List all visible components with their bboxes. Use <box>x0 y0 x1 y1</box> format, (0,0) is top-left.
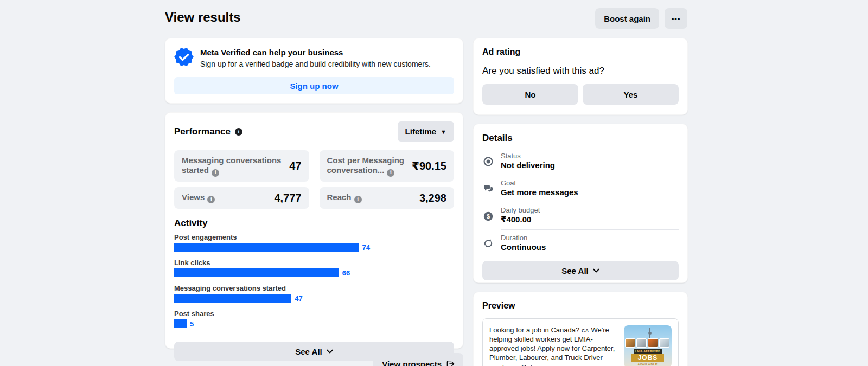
ad-thumbnail: LMIA-APPROVED JOBS AVAILABLE <box>624 325 672 366</box>
detail-row-goal: Goal Get more messages <box>482 175 679 202</box>
metric-tile-messaging-conversations: Messaging conversations startedi 47 <box>174 150 309 182</box>
detail-label: Duration <box>501 234 679 242</box>
canada-flag-icon: CA <box>582 328 589 333</box>
bar-group: Messaging conversations started 47 <box>174 284 454 303</box>
header-actions: Boost again ••• <box>595 8 687 29</box>
bar-group: Post engagements 74 <box>174 233 454 252</box>
rating-no-button[interactable]: No <box>482 84 578 105</box>
metric-tile-reach: Reachi 3,298 <box>320 187 455 209</box>
details-card: Details Status Not delivering <box>473 124 688 283</box>
chevron-down-icon <box>327 349 333 354</box>
thumb-banner-main: JOBS <box>631 354 664 362</box>
ad-rating-title: Ad rating <box>482 47 679 57</box>
detail-label: Goal <box>501 179 679 187</box>
verified-badge-icon <box>174 47 194 67</box>
bar-label: Post engagements <box>174 233 454 241</box>
info-icon[interactable]: i <box>235 128 242 136</box>
detail-value: Get more messages <box>501 188 679 197</box>
detail-value: Continuous <box>501 242 679 252</box>
bar-label: Messaging conversations started <box>174 284 454 292</box>
photo-strip <box>625 338 669 348</box>
dollar-circle-icon: $ <box>482 210 494 222</box>
metric-label: Reachi <box>327 192 415 203</box>
metric-label: Messaging conversations startedi <box>182 156 285 177</box>
status-icon <box>482 156 494 168</box>
cn-tower-graphic <box>649 328 650 339</box>
detail-value: Not delivering <box>501 160 679 170</box>
bar-value: 66 <box>342 269 350 277</box>
view-results-page: View results Boost again ••• Meta Verifi… <box>0 0 868 366</box>
metric-value: 47 <box>289 160 301 172</box>
detail-label: Status <box>501 152 679 160</box>
metric-value: 3,298 <box>419 192 446 204</box>
meta-verified-card: Meta Verified can help your business Sig… <box>165 38 463 104</box>
date-range-dropdown[interactable]: Lifetime ▼ <box>398 121 454 142</box>
bar <box>174 294 291 303</box>
main-column: Meta Verified can help your business Sig… <box>165 38 463 366</box>
detail-row-duration: Duration Continuous <box>482 230 679 256</box>
ad-rating-card: Ad rating Are you satisfied with this ad… <box>473 38 688 115</box>
info-icon[interactable]: i <box>387 169 394 177</box>
info-icon[interactable]: i <box>207 196 215 203</box>
bar-value: 5 <box>190 320 194 328</box>
activity-title: Activity <box>174 218 454 229</box>
caret-down-icon: ▼ <box>441 129 446 135</box>
meta-verified-title: Meta Verified can help your business <box>200 47 431 58</box>
metric-grid: Messaging conversations startedi 47 Cost… <box>174 150 454 209</box>
ad-text: Looking for a job in Canada? CA We're he… <box>489 325 617 366</box>
sign-up-now-button[interactable]: Sign up now <box>174 77 454 94</box>
metric-label: Cost per Messaging conversation...i <box>327 156 408 177</box>
detail-value: ₹400.00 <box>501 215 679 224</box>
details-see-all-button[interactable]: See All <box>482 261 679 280</box>
thumb-banner-sub: AVAILABLE <box>634 363 662 366</box>
bar-value: 74 <box>362 243 370 252</box>
date-range-label: Lifetime <box>405 127 437 136</box>
info-icon[interactable]: i <box>212 169 219 177</box>
bar <box>174 319 187 328</box>
performance-card: Performance i Lifetime ▼ Messaging conve… <box>165 112 463 349</box>
more-options-button[interactable]: ••• <box>665 8 687 29</box>
activity-bar-chart: Post engagements 74 Link clicks 66 Messa… <box>174 233 454 328</box>
right-column: Ad rating Are you satisfied with this ad… <box>473 38 688 366</box>
chevron-down-icon <box>593 268 599 273</box>
repeat-icon <box>482 237 494 249</box>
preview-title: Preview <box>482 301 679 311</box>
details-title: Details <box>482 133 679 144</box>
rating-yes-button[interactable]: Yes <box>583 84 679 105</box>
detail-row-daily-budget: $ Daily budget ₹400.00 <box>482 202 679 230</box>
bar-label: Post shares <box>174 310 454 318</box>
ad-preview[interactable]: Looking for a job in Canada? CA We're he… <box>482 318 679 366</box>
info-icon[interactable]: i <box>354 196 362 203</box>
see-all-label: See All <box>295 347 322 356</box>
page-title: View results <box>165 10 241 25</box>
bar-group: Link clicks 66 <box>174 259 454 277</box>
bar-group: Post shares 5 <box>174 310 454 328</box>
detail-label: Daily budget <box>501 206 679 214</box>
chat-bubbles-icon <box>482 183 494 195</box>
bar-value: 47 <box>295 294 302 303</box>
performance-see-all-button[interactable]: See All <box>174 342 454 361</box>
metric-label: Viewsi <box>182 192 270 203</box>
performance-title: Performance <box>174 126 231 137</box>
bar <box>174 268 339 277</box>
see-all-label: See All <box>561 266 588 275</box>
metric-tile-views: Viewsi 4,777 <box>174 187 309 209</box>
thumb-banner-top: LMIA-APPROVED <box>634 349 662 354</box>
meta-verified-text: Meta Verified can help your business Sig… <box>200 47 431 69</box>
bar <box>174 243 359 252</box>
svg-text:$: $ <box>487 213 490 220</box>
preview-card: Preview Looking for a job in Canada? CA … <box>473 292 688 366</box>
ad-rating-question: Are you satisfied with this ad? <box>482 66 679 76</box>
metric-tile-cost-per-conversation: Cost per Messaging conversation...i ₹90.… <box>320 150 455 182</box>
boost-again-button[interactable]: Boost again <box>595 8 659 29</box>
meta-verified-subtitle: Sign up for a verified badge and build c… <box>200 59 431 69</box>
metric-value: ₹90.15 <box>412 159 446 172</box>
bar-label: Link clicks <box>174 259 454 267</box>
metric-value: 4,777 <box>274 192 301 204</box>
detail-row-status: Status Not delivering <box>482 148 679 175</box>
